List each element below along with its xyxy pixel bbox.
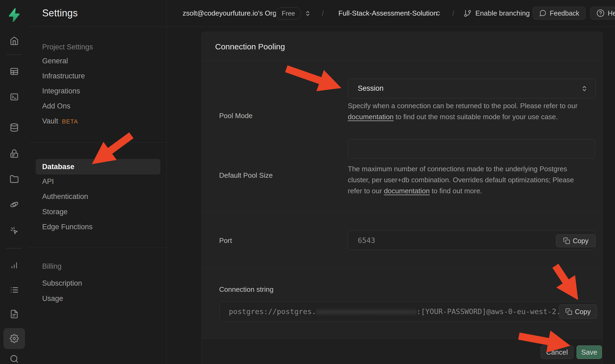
default-pool-size-label: Default Pool Size [219,171,273,180]
speech-bubble-icon [539,9,547,17]
search-icon[interactable] [10,354,19,363]
sidebar-item-vault[interactable]: VaultBETA [42,117,78,125]
org-breadcrumb[interactable]: zsolt@codeyourfuture.io's Org [183,0,276,27]
sql-editor-icon[interactable] [10,92,19,101]
breadcrumb-separator: / [322,0,324,27]
connection-string-copy-button[interactable]: Copy [559,304,597,319]
sidebar-item-authentication[interactable]: Authentication [42,192,88,201]
project-name[interactable]: Full-Stack-Assessment-Solution [338,0,437,27]
port-value: 6543 [358,236,375,245]
sidebar-item-api[interactable]: API [42,177,54,186]
breadcrumb-separator: / [452,0,454,27]
settings-sidebar: Settings Project Settings General Infras… [29,0,167,364]
sidebar-divider [29,247,167,248]
vault-label: Vault [42,117,58,125]
connection-string-label: Connection string [219,285,273,294]
connection-string-redacted: xxxxxxxxxxxxxxxxxxxxxxx [316,307,417,316]
save-button[interactable]: Save [577,345,602,359]
sidebar-item-subscription[interactable]: Subscription [42,279,82,287]
sidebar-item-usage[interactable]: Usage [42,294,63,303]
supabase-logo[interactable] [8,8,20,22]
rail-divider [6,54,22,55]
section-header-billing: Billing [42,262,62,271]
help-button[interactable]: Help [590,7,615,20]
settings-rail-active[interactable] [3,328,25,349]
sidebar-item-general[interactable]: General [42,57,68,65]
icon-rail [0,0,29,364]
section-header-project-settings: Project Settings [42,43,93,51]
sidebar-divider [29,27,167,27]
enable-branching-button[interactable]: Enable branching [464,0,530,27]
sidebar-item-edge-functions[interactable]: Edge Functions [42,223,93,231]
cancel-button[interactable]: Cancel [541,345,573,359]
org-name[interactable]: zsolt@codeyourfuture.io's Org [183,9,276,17]
page-title: Settings [42,8,78,19]
plan-badge: Free [276,0,301,27]
storage-icon[interactable] [10,174,19,184]
port-copy-button[interactable]: Copy [556,234,596,247]
pool-mode-select[interactable]: Session [348,79,596,99]
org-switcher-chevrons-icon[interactable] [304,0,312,27]
reports-icon[interactable] [10,260,19,270]
pool-mode-label: Pool Mode [219,112,252,120]
authentication-icon[interactable] [10,149,19,158]
sidebar-divider [29,142,167,143]
documentation-link[interactable]: documentation [384,187,430,195]
logs-icon[interactable] [10,285,19,294]
copy-icon [563,237,570,244]
supabase-settings-page: Settings Project Settings General Infras… [0,0,615,364]
documentation-link[interactable]: documentation [348,113,394,121]
home-icon[interactable] [10,36,19,45]
sidebar-item-database[interactable]: Database [36,159,160,174]
table-editor-icon[interactable] [10,67,19,76]
port-label: Port [219,236,232,245]
panel-divider [202,268,602,268]
rail-divider [6,248,22,249]
database-label: Database [42,163,74,171]
top-bar: zsolt@codeyourfuture.io's Org Free / Ful… [167,0,615,27]
realtime-icon[interactable] [10,226,19,235]
sidebar-item-integrations[interactable]: Integrations [42,87,80,95]
panel-footer: Cancel Save [202,338,602,364]
pool-mode-help: Specify when a connection can be returne… [348,100,578,122]
database-icon[interactable] [10,123,19,132]
beta-badge: BETA [62,118,78,125]
panel-divider [202,61,602,61]
connection-string-input[interactable]: postgres://postgres.xxxxxxxxxxxxxxxxxxxx… [219,301,596,321]
sidebar-item-add-ons[interactable]: Add Ons [42,102,70,110]
edge-functions-icon[interactable] [10,200,19,209]
default-pool-size-input[interactable] [348,139,595,158]
help-circle-icon [596,9,605,17]
feedback-button[interactable]: Feedback [533,7,585,20]
sidebar-item-infrastructure[interactable]: Infrastructure [42,72,85,80]
supabase-bolt-icon [8,8,20,22]
sidebar-item-storage[interactable]: Storage [42,208,68,216]
api-docs-icon[interactable] [10,310,19,319]
settings-gear-icon [10,334,19,343]
connection-pooling-panel: Connection Pooling Pool Mode Session Spe… [201,32,603,364]
chevron-up-down-icon [580,85,588,93]
panel-divider [202,212,602,213]
panel-title: Connection Pooling [215,42,285,51]
connection-string-suffix: :[YOUR-PASSWORD]@aws-0-eu-west-2. [417,307,560,316]
default-pool-size-help: The maximum number of connections made t… [348,163,574,196]
project-switcher-chevrons-icon[interactable] [435,0,442,27]
copy-icon [565,308,572,315]
connection-string-prefix: postgres://postgres. [229,307,316,316]
pool-mode-value: Session [358,84,384,93]
git-branch-icon [464,9,472,17]
